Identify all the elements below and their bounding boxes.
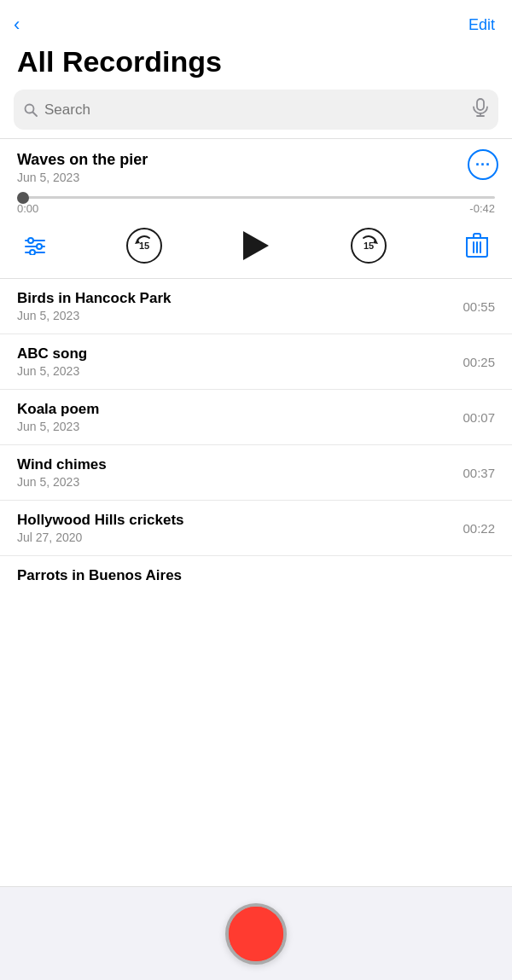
recording-date: Jul 27, 2020 xyxy=(17,531,184,544)
svg-text:15: 15 xyxy=(138,241,148,251)
playback-controls: 15 15 xyxy=(0,215,512,278)
back-button[interactable]: ‹ xyxy=(14,12,26,38)
list-item-info: Koala poem Jun 5, 2023 xyxy=(17,401,99,433)
list-item[interactable]: Hollywood Hills crickets Jul 27, 2020 00… xyxy=(0,501,512,556)
bottom-bar xyxy=(0,886,512,980)
svg-rect-2 xyxy=(477,99,484,110)
edit-button[interactable]: Edit xyxy=(468,16,495,34)
svg-line-1 xyxy=(33,112,38,116)
list-item-info: ABC song Jun 5, 2023 xyxy=(17,345,87,378)
svg-point-8 xyxy=(28,238,33,243)
recording-date: Jun 5, 2023 xyxy=(17,420,99,433)
recordings-list: Birds in Hancock Park Jun 5, 2023 00:55 … xyxy=(0,278,512,589)
svg-text:15: 15 xyxy=(363,241,373,251)
list-item-partial[interactable]: Parrots in Buenos Aires xyxy=(0,556,512,589)
progress-thumb[interactable] xyxy=(17,192,29,204)
progress-section: 0:00 -0:42 xyxy=(0,184,512,215)
list-item[interactable]: Koala poem Jun 5, 2023 00:07 xyxy=(0,390,512,445)
play-button[interactable] xyxy=(241,229,271,262)
recording-name: Koala poem xyxy=(17,401,99,418)
microphone-icon xyxy=(473,98,488,121)
list-item[interactable]: ABC song Jun 5, 2023 00:25 xyxy=(0,334,512,390)
bottom-spacer xyxy=(0,589,512,682)
delete-button[interactable] xyxy=(466,233,488,258)
current-time-label: 0:00 xyxy=(17,202,38,215)
recording-name-partial: Parrots in Buenos Aires xyxy=(17,567,182,584)
expanded-recording-info: Waves on the pier Jun 5, 2023 xyxy=(17,151,148,184)
list-item-info: Hollywood Hills crickets Jul 27, 2020 xyxy=(17,512,184,544)
search-icon xyxy=(24,103,38,117)
svg-point-10 xyxy=(30,250,35,255)
time-labels: 0:00 -0:42 xyxy=(17,202,495,215)
recording-name: Wind chimes xyxy=(17,456,107,473)
search-input[interactable] xyxy=(44,101,466,119)
record-button-inner xyxy=(229,907,283,961)
record-button[interactable] xyxy=(225,903,287,965)
list-item-info: Wind chimes Jun 5, 2023 xyxy=(17,456,107,489)
recording-name: Birds in Hancock Park xyxy=(17,290,171,307)
remaining-time-label: -0:42 xyxy=(469,202,495,215)
expanded-recording: Waves on the pier Jun 5, 2023 ··· xyxy=(0,139,512,184)
recording-name: ABC song xyxy=(17,345,87,362)
more-options-button[interactable]: ··· xyxy=(468,149,498,180)
forward-button[interactable]: 15 xyxy=(350,227,387,264)
recording-date: Jun 5, 2023 xyxy=(17,309,171,322)
rewind-button[interactable]: 15 xyxy=(125,227,163,264)
list-item-info: Birds in Hancock Park Jun 5, 2023 xyxy=(17,290,171,322)
page-title: All Recordings xyxy=(0,44,512,90)
svg-point-9 xyxy=(37,244,42,249)
recording-duration: 00:37 xyxy=(463,466,495,480)
recording-duration: 00:25 xyxy=(463,355,495,369)
expanded-recording-title: Waves on the pier xyxy=(17,151,148,169)
header: ‹ Edit xyxy=(0,0,512,44)
recording-name: Hollywood Hills crickets xyxy=(17,512,184,529)
list-item[interactable]: Birds in Hancock Park Jun 5, 2023 00:55 xyxy=(0,279,512,334)
search-bar[interactable] xyxy=(14,90,498,130)
svg-marker-14 xyxy=(243,231,269,260)
progress-track[interactable] xyxy=(17,196,495,199)
recording-duration: 00:22 xyxy=(463,521,495,536)
settings-button[interactable] xyxy=(24,236,46,255)
recording-duration: 00:07 xyxy=(463,410,495,425)
expanded-recording-date: Jun 5, 2023 xyxy=(17,171,148,184)
recording-duration: 00:55 xyxy=(463,299,495,314)
list-item[interactable]: Wind chimes Jun 5, 2023 00:37 xyxy=(0,445,512,501)
recording-date: Jun 5, 2023 xyxy=(17,364,87,378)
recording-date: Jun 5, 2023 xyxy=(17,475,107,489)
